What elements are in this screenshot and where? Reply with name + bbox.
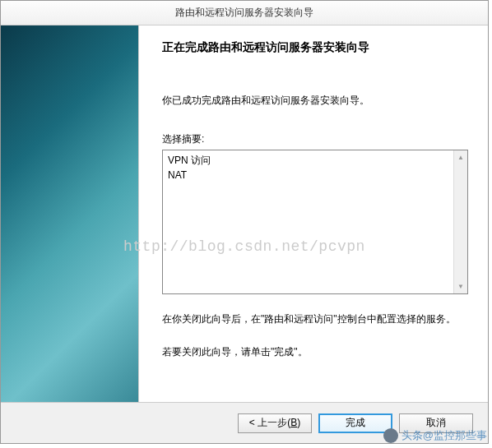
titlebar: 路由和远程访问服务器安装向导: [1, 1, 488, 25]
dialog-title: 路由和远程访问服务器安装向导: [175, 6, 313, 20]
scroll-down-icon[interactable]: ▼: [454, 279, 467, 293]
instruction-text-2: 若要关闭此向导，请单击"完成"。: [162, 344, 468, 360]
success-message: 你已成功完成路由和远程访问服务器安装向导。: [162, 93, 468, 108]
wizard-side-image: [1, 25, 139, 402]
instruction-text-1: 在你关闭此向导后，在"路由和远程访问"控制台中配置选择的服务。: [162, 311, 468, 327]
scroll-up-icon[interactable]: ▲: [454, 150, 467, 164]
list-item[interactable]: VPN 访问: [168, 153, 448, 168]
content-panel: 正在完成路由和远程访问服务器安装向导 你已成功完成路由和远程访问服务器安装向导。…: [139, 25, 488, 402]
summary-content: VPN 访问 NAT: [163, 150, 453, 293]
page-heading: 正在完成路由和远程访问服务器安装向导: [162, 40, 468, 55]
body-area: 正在完成路由和远程访问服务器安装向导 你已成功完成路由和远程访问服务器安装向导。…: [1, 25, 488, 402]
scrollbar[interactable]: ▲ ▼: [453, 150, 467, 293]
summary-listbox[interactable]: VPN 访问 NAT ▲ ▼: [162, 150, 468, 294]
wizard-dialog: 路由和远程访问服务器安装向导 正在完成路由和远程访问服务器安装向导 你已成功完成…: [0, 0, 489, 444]
summary-label: 选择摘要:: [162, 132, 468, 146]
back-button[interactable]: < 上一步(B): [238, 413, 312, 433]
cancel-button[interactable]: 取消: [399, 413, 473, 433]
finish-button[interactable]: 完成: [318, 413, 392, 433]
button-bar: < 上一步(B) 完成 取消: [1, 402, 488, 443]
list-item[interactable]: NAT: [168, 168, 448, 182]
